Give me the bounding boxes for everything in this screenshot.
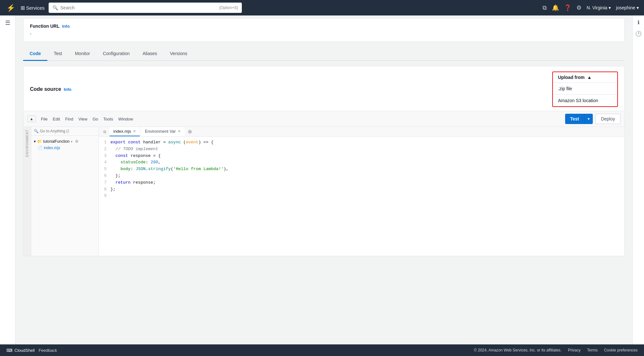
- terms-link[interactable]: Terms: [587, 348, 598, 352]
- cloudshell-icon: ⌨: [6, 348, 13, 353]
- user-chevron: ▾: [637, 5, 639, 10]
- menu-view[interactable]: View: [79, 117, 88, 121]
- feedback-button[interactable]: Feedback: [39, 348, 57, 353]
- folder-suffix: ▾: [71, 140, 72, 143]
- test-arrow-button[interactable]: ▾: [584, 114, 593, 124]
- region-chevron: ▾: [609, 5, 611, 10]
- cloudshell-button[interactable]: ⌨ CloudShell: [6, 348, 35, 353]
- tab-configuration[interactable]: Configuration: [96, 47, 136, 61]
- collapse-button[interactable]: ▲: [27, 116, 36, 122]
- folder-gear-icon[interactable]: ⚙: [75, 139, 79, 144]
- bell-icon[interactable]: 🔔: [552, 4, 559, 11]
- editor-tabs: ⧉ index.mjs ✕ Environment Var ✕ ⊕: [99, 127, 624, 137]
- region-selector[interactable]: N. Virginia ▾: [587, 5, 611, 10]
- main-content: Function URL Info - Code Test Monitor Co…: [15, 15, 632, 356]
- upload-s3-option[interactable]: Amazon S3 location: [553, 95, 617, 106]
- file-tree-panel: 🔍 ▾ 📁 tutorialFunction ▾ ⚙ �: [31, 127, 99, 256]
- file-item[interactable]: 📄 index.mjs: [31, 145, 99, 151]
- folder-arrow: ▾: [34, 139, 36, 144]
- menu-find[interactable]: Find: [65, 117, 73, 121]
- folder-name: tutorialFunction: [43, 139, 70, 144]
- hamburger-icon[interactable]: ☰: [5, 19, 10, 26]
- editor-tab-index[interactable]: index.mjs ✕: [109, 127, 140, 136]
- cookie-link[interactable]: Cookie preferences: [604, 348, 638, 352]
- code-line-8: 8 };: [99, 186, 624, 193]
- copy-icon[interactable]: ⧉: [101, 130, 108, 134]
- code-source-label: Code source: [30, 86, 61, 92]
- left-sidebar: ☰: [0, 15, 15, 356]
- folder-item[interactable]: ▾ 📁 tutorialFunction ▾ ⚙: [31, 138, 99, 145]
- test-button[interactable]: Test: [565, 114, 584, 124]
- tab-test[interactable]: Test: [47, 47, 69, 61]
- region-label: N. Virginia: [587, 5, 607, 10]
- right-rail: ℹ 🕐: [632, 15, 644, 356]
- deploy-label: Deploy: [601, 116, 615, 121]
- settings-icon[interactable]: ⚙: [576, 4, 582, 11]
- tab-monitor[interactable]: Monitor: [69, 47, 97, 61]
- menu-go[interactable]: Go: [93, 117, 98, 121]
- upload-zip-option[interactable]: .zip file: [553, 83, 617, 95]
- file-search: 🔍: [31, 127, 99, 136]
- privacy-link[interactable]: Privacy: [568, 348, 581, 352]
- add-tab-icon[interactable]: ⊕: [186, 129, 194, 135]
- top-navigation: ⚡ ⊞ Services 🔍 [Option+S] ⧉ 🔔 ❓ ⚙ N. Vir…: [0, 0, 644, 15]
- code-source-panel: Code source Info Upload from ▲ .zip file…: [23, 66, 625, 256]
- user-menu[interactable]: josephine ▾: [616, 5, 639, 10]
- function-url-title: Function URL: [30, 24, 60, 29]
- function-url-info[interactable]: Info: [62, 24, 70, 29]
- menu-tools[interactable]: Tools: [103, 117, 113, 121]
- search-shortcut: [Option+S]: [219, 5, 238, 10]
- file-icon: 📄: [38, 146, 43, 150]
- tab-close-icon[interactable]: ✕: [133, 129, 136, 133]
- code-icon[interactable]: ⧉: [543, 5, 547, 11]
- deploy-button[interactable]: Deploy: [595, 114, 620, 124]
- code-line-5: 5 body: JSON.stringify('Hello from Lambd…: [99, 166, 624, 173]
- footer-left: ⌨ CloudShell Feedback: [6, 348, 57, 353]
- rail-history-icon[interactable]: 🕐: [635, 31, 642, 37]
- env-tab-close-icon[interactable]: ✕: [178, 129, 181, 133]
- editor-tab-index-label: index.mjs: [113, 129, 131, 134]
- code-source-info[interactable]: Info: [64, 87, 71, 92]
- tab-aliases[interactable]: Aliases: [136, 47, 164, 61]
- editor-tab-env-label: Environment Var: [145, 129, 176, 134]
- upload-from-arrow: ▲: [587, 75, 592, 80]
- footer-right: © 2024, Amazon Web Services, Inc. or its…: [474, 348, 638, 352]
- environment-label: Environment: [25, 127, 29, 159]
- help-icon[interactable]: ❓: [564, 4, 571, 11]
- page-wrapper: ☰ Function URL Info - Code Test Monitor …: [0, 15, 644, 356]
- code-line-2: 2 // TODO implement: [99, 146, 624, 153]
- goto-input[interactable]: [40, 129, 69, 133]
- menu-file[interactable]: File: [41, 117, 48, 121]
- tab-code[interactable]: Code: [23, 47, 47, 61]
- footer: ⌨ CloudShell Feedback © 2024, Amazon Web…: [0, 344, 644, 356]
- file-tree: ▾ 📁 tutorialFunction ▾ ⚙ 📄 index.mjs: [31, 136, 99, 154]
- copyright-text: © 2024, Amazon Web Services, Inc. or its…: [474, 348, 562, 352]
- upload-from-label: Upload from: [558, 75, 584, 80]
- ide-body: Environment 🔍 ▾ 📁 tutorialFunction: [24, 127, 624, 256]
- test-deploy-group: Test ▾ Deploy: [565, 114, 620, 124]
- nav-right-icons: ⧉ 🔔 ❓ ⚙ N. Virginia ▾ josephine ▾: [543, 4, 639, 11]
- env-label-col: Environment: [24, 127, 31, 256]
- file-search-icon: 🔍: [34, 129, 39, 133]
- tab-versions[interactable]: Versions: [164, 47, 194, 61]
- search-input[interactable]: [61, 5, 217, 10]
- ide-toolbar: ▲ File Edit Find View Go Tools Window Te…: [24, 111, 624, 127]
- folder-icon: 📁: [37, 139, 42, 144]
- test-label: Test: [570, 116, 579, 121]
- search-icon: 🔍: [52, 5, 58, 10]
- function-url-header: Function URL Info: [30, 24, 618, 29]
- cloudshell-label: CloudShell: [14, 348, 35, 353]
- aws-logo[interactable]: ⚡: [5, 2, 17, 14]
- code-line-4: 4 statusCode: 200,: [99, 159, 624, 166]
- menu-window[interactable]: Window: [118, 117, 133, 121]
- code-source-header: Code source Info Upload from ▲ .zip file…: [24, 66, 624, 111]
- services-menu[interactable]: ⊞ Services: [21, 5, 45, 11]
- ide-menu: File Edit Find View Go Tools Window: [41, 117, 133, 121]
- search-bar[interactable]: 🔍 [Option+S]: [49, 3, 242, 13]
- editor-tab-env[interactable]: Environment Var ✕: [141, 127, 185, 136]
- upload-from-button[interactable]: Upload from ▲: [553, 72, 617, 83]
- menu-edit[interactable]: Edit: [53, 117, 60, 121]
- code-line-7: 7 return response;: [99, 179, 624, 186]
- code-line-3: 3 const response = {: [99, 153, 624, 159]
- rail-info-icon[interactable]: ℹ: [638, 19, 639, 25]
